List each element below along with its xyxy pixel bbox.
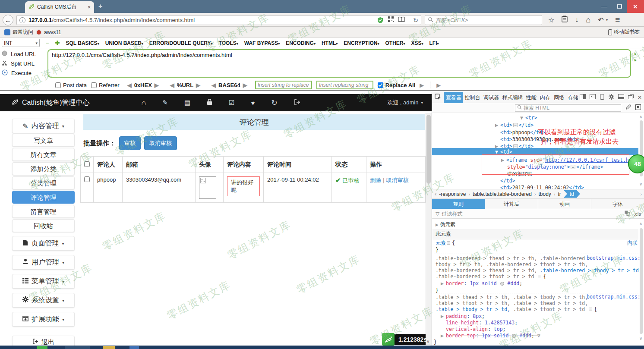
element-rule-open[interactable]: 元素{ xyxy=(436,239,455,246)
sidebar-group-extensions[interactable]: 扩展功能▾ xyxy=(12,312,75,327)
decode-arrow-icon[interactable]: ◀ xyxy=(127,82,132,88)
menu-xss[interactable]: XSS▾ xyxy=(411,40,423,46)
tab-computed[interactable]: 计算后 xyxy=(485,199,538,209)
hackbar-url-textarea[interactable]: http://127.0.0.1/cms/Catfish-4.5.7/index… xyxy=(47,49,631,78)
cms-brand[interactable]: Catfish(鲶鱼)管理中心 xyxy=(11,98,89,107)
rule2-lineheight-property[interactable]: line-height: 1.42857143; xyxy=(446,319,518,326)
eyedropper-icon[interactable] xyxy=(625,104,631,111)
window-close-button[interactable]: ✕ xyxy=(627,0,644,13)
tree-scroll-down-icon[interactable]: ∨ xyxy=(639,182,642,186)
url-text[interactable]: 127.0.0.1/cms/Catfish-4.5.7/index.php/ad… xyxy=(28,17,374,23)
search-bar[interactable] xyxy=(425,15,542,25)
detach-icon[interactable] xyxy=(628,94,634,101)
url-bar[interactable]: i 127.0.0.1/cms/Catfish-4.5.7/index.php/… xyxy=(16,15,421,25)
browser-tab[interactable]: Catfish CMS后台 × xyxy=(25,1,94,13)
referrer-checkbox[interactable]: Referrer xyxy=(91,82,120,88)
close-devtools-icon[interactable]: ✕ xyxy=(638,94,642,101)
replace-all-checkbox[interactable]: Replace All xyxy=(378,82,416,88)
scrollbar-thumb[interactable] xyxy=(426,115,431,184)
encode-arrow-icon[interactable]: ▶ xyxy=(243,82,247,88)
audit-icon[interactable]: ☑ xyxy=(229,99,234,107)
tree-line-tr[interactable]: ▼ <tr> xyxy=(520,114,537,121)
crumb-forward-icon[interactable]: › xyxy=(640,192,642,197)
sidebar-item-recycle-bin[interactable]: 回收站 xyxy=(12,219,75,232)
search-input[interactable] xyxy=(436,17,539,23)
crumb-table[interactable]: table.table.table-bordered xyxy=(473,191,532,197)
dock-side-icon[interactable] xyxy=(580,94,586,101)
tab-style-editor[interactable]: 样式编辑 xyxy=(500,92,524,103)
menu-error-double-query[interactable]: ERROR/DOUBLE QUERY▾ xyxy=(149,40,213,46)
unapprove-link[interactable]: 取消审核 xyxy=(386,177,408,183)
decode-arrow-icon[interactable]: ◀ xyxy=(212,82,216,88)
tab-rules[interactable]: 规则 xyxy=(432,199,485,209)
box-model-icon[interactable] xyxy=(635,104,641,111)
sidebar-group-users[interactable]: 用户管理▾ xyxy=(12,255,75,270)
taskbar-app-icon[interactable] xyxy=(129,346,139,349)
hackbar-add-icon[interactable]: ✚ xyxy=(55,40,60,46)
crumb-tr[interactable]: tr xyxy=(558,191,561,197)
tree-line-td-close[interactable]: </td> xyxy=(500,177,515,184)
menu-tools[interactable]: TOOLS▾ xyxy=(219,40,238,46)
tab-inspector[interactable]: 查看器 xyxy=(444,92,463,103)
dock-window-icon[interactable] xyxy=(618,94,624,101)
window-restore-button[interactable] xyxy=(613,0,626,13)
execute-button[interactable]: Execute xyxy=(2,68,47,78)
tab-animations[interactable]: 动画 xyxy=(538,199,591,209)
pick-element-icon[interactable] xyxy=(435,94,441,101)
back-button[interactable]: ← xyxy=(3,15,13,25)
html-search-input[interactable] xyxy=(524,105,619,111)
apply-arrow-icon[interactable]: ▶ xyxy=(436,82,441,88)
cls-toggle[interactable]: .cls xyxy=(634,211,641,217)
reload-button[interactable]: ↻ xyxy=(413,17,418,24)
referrer-box[interactable] xyxy=(91,82,97,88)
split-url-button[interactable]: Split URL xyxy=(2,59,47,68)
encode-arrow-icon[interactable]: ▶ xyxy=(155,82,159,88)
responsive-mode-icon[interactable] xyxy=(600,94,605,101)
sidebar-group-content[interactable]: ✎内容管理▾ xyxy=(12,119,75,133)
tree-line-td-collapsed[interactable]: ▶ <td>…</td> xyxy=(495,122,534,129)
proxy-shield-icon[interactable] xyxy=(377,17,384,24)
menu-waf-bypass[interactable]: WAF BYPASS▾ xyxy=(244,40,280,46)
tab-debugger[interactable]: 调试器 xyxy=(481,92,500,103)
settings-gear-icon[interactable] xyxy=(609,94,614,101)
taskbar-app-icon[interactable] xyxy=(65,346,90,349)
windows-taskbar[interactable] xyxy=(0,346,644,349)
bookmarks-menu-icon[interactable] xyxy=(562,16,568,24)
sidebar-item-write-article[interactable]: 写文章 xyxy=(12,134,75,147)
menu-sql-basics[interactable]: SQL BASICS▾ xyxy=(66,40,99,46)
rules-scroll-up-icon[interactable]: ∧ xyxy=(639,221,642,226)
sidebar-group-menus[interactable]: 菜单管理▾ xyxy=(12,274,75,289)
post-data-box[interactable] xyxy=(55,82,61,88)
rules-scrollbar-thumb[interactable] xyxy=(640,228,643,334)
crumb-back-icon[interactable]: ‹ xyxy=(435,191,436,197)
bookmark-star-icon[interactable]: ☆ xyxy=(548,16,554,24)
split-console-icon[interactable] xyxy=(590,94,596,101)
welcome-menu[interactable]: 欢迎 , admin▾ xyxy=(387,99,423,107)
window-minimize-button[interactable]: — xyxy=(598,0,611,13)
approve-button[interactable]: 审核 xyxy=(119,136,141,150)
info-icon[interactable]: i xyxy=(19,17,25,23)
scroll-down-icon[interactable]: ∨ xyxy=(426,339,429,344)
favorite-icon[interactable]: ♥ xyxy=(251,99,255,107)
replace-all-box[interactable] xyxy=(378,82,383,88)
replace-to-input[interactable] xyxy=(316,81,373,89)
post-data-checkbox[interactable]: Post data xyxy=(55,82,87,88)
tree-scroll-up-icon[interactable]: ∧ xyxy=(639,114,642,119)
floating-screenshot-badge[interactable]: 48 xyxy=(628,154,644,173)
row-checkbox[interactable] xyxy=(84,176,90,182)
history-undo-icon[interactable]: ↶ xyxy=(598,16,603,24)
downloads-icon[interactable]: ↓ xyxy=(575,16,578,24)
menu-lfi[interactable]: LFI▾ xyxy=(429,40,439,46)
tab-performance[interactable]: 性能 xyxy=(524,92,537,103)
encode-arrow-icon[interactable]: ▶ xyxy=(196,82,200,88)
write-icon[interactable]: ✎ xyxy=(162,99,168,107)
refresh-icon[interactable]: ↻ xyxy=(271,98,277,107)
tab-memory[interactable]: 内存 xyxy=(538,92,552,103)
tab-storage[interactable]: 存储 xyxy=(566,92,580,103)
tab-console[interactable]: 控制台 xyxy=(463,92,482,103)
sidebar-item-category-management[interactable]: 分类管理 xyxy=(12,176,75,189)
crumb-td-selected[interactable]: td xyxy=(564,190,580,198)
sidebar-item-message-management[interactable]: 留言管理 xyxy=(12,205,75,218)
logout-icon[interactable] xyxy=(294,99,300,107)
bookmark-mobile[interactable]: 移动版书签 xyxy=(608,28,640,36)
